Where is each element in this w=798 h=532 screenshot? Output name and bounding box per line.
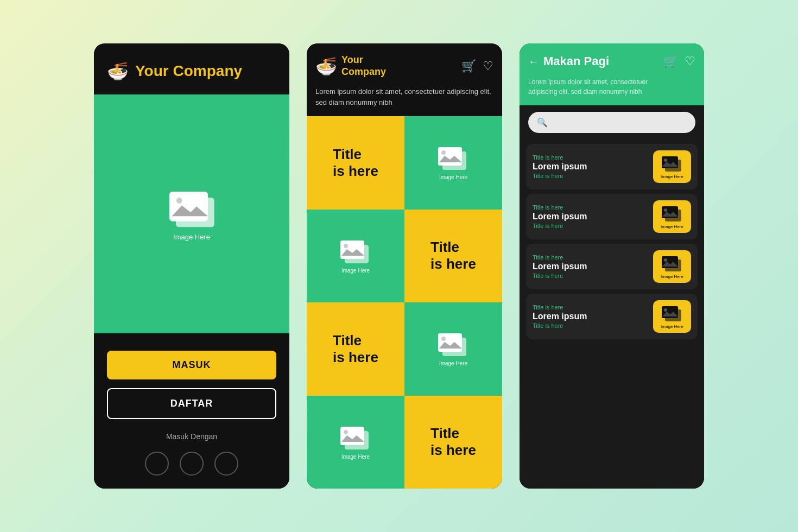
screen3-heart-icon[interactable]: ♡ [685, 54, 695, 68]
screens-container: 🍜 Your Company Image Here MASUK DAFTAR M… [94, 43, 704, 489]
svg-rect-7 [438, 147, 462, 166]
menu-row-2: Image Here Titleis here [307, 210, 502, 302]
menu-cell-image-1[interactable]: Image Here [404, 116, 502, 209]
screen3-back-title: ← Makan Pagi [528, 54, 609, 68]
list-item-1-tag: Title is here [533, 154, 653, 161]
search-icon: 🔍 [537, 117, 548, 128]
list-item-2-thumb-label: Image Here [661, 224, 683, 229]
company-name: Your Company [135, 62, 242, 80]
list-item-4-subtitle: Title is here [533, 322, 653, 329]
menu-cell-image-2[interactable]: Image Here [307, 210, 404, 302]
list-item-2-text: Title is here Lorem ipsum Title is here [533, 204, 653, 229]
cell-img-label-1: Image Here [439, 174, 467, 180]
social-icon-3[interactable] [214, 452, 238, 476]
menu-title-2: Titleis here [430, 239, 476, 273]
list-item-4[interactable]: Title is here Lorem ipsum Title is here … [526, 294, 698, 339]
hero-image-placeholder: Image Here [159, 187, 224, 241]
list-item-2-subtitle: Title is here [533, 223, 653, 229]
back-arrow-icon[interactable]: ← [528, 55, 539, 68]
svg-point-33 [664, 208, 667, 212]
svg-point-28 [664, 159, 667, 162]
list-item-2-tag: Title is here [533, 204, 653, 211]
menu-title-1: Titleis here [333, 146, 378, 180]
screen-login: 🍜 Your Company Image Here MASUK DAFTAR M… [94, 43, 289, 489]
list-item-1-text: Title is here Lorem ipsum Title is here [533, 154, 653, 179]
daftar-button[interactable]: DAFTAR [107, 388, 276, 419]
social-icon-2[interactable] [180, 452, 204, 476]
screen3-header-icons: 🛒 ♡ [663, 54, 695, 68]
cell-image-4: Image Here [339, 425, 372, 460]
cell-image-2: Image Here [339, 238, 372, 274]
masuk-dengan-label: Masuk Dengan [166, 432, 217, 441]
menu-cell-image-3[interactable]: Image Here [404, 302, 502, 395]
list-item-2-title: Lorem ipsum [533, 212, 653, 221]
heart-icon[interactable]: ♡ [483, 59, 493, 73]
svg-point-18 [441, 337, 446, 341]
screen2-subtitle: Lorem ipsum dolor sit amet, consectetuer… [307, 84, 502, 116]
menu-cell-title-4[interactable]: Titleis here [404, 396, 502, 489]
menu-title-4: Titleis here [430, 425, 476, 459]
cell-image-3: Image Here [437, 331, 470, 366]
svg-point-38 [664, 258, 667, 262]
screen2-company-name: YourCompany [341, 54, 386, 78]
list-item-1-subtitle: Title is here [533, 173, 653, 179]
cart-icon[interactable]: 🛒 [461, 59, 476, 73]
list-item-3-tag: Title is here [533, 254, 653, 261]
menu-cell-image-4[interactable]: Image Here [307, 396, 404, 489]
svg-rect-22 [340, 427, 364, 445]
list-item-4-title: Lorem ipsum [533, 312, 653, 321]
masuk-button[interactable]: MASUK [107, 351, 276, 379]
svg-point-3 [176, 198, 182, 204]
list-item-4-thumb-label: Image Here [661, 324, 683, 329]
screen3-header: ← Makan Pagi 🛒 ♡ [520, 43, 704, 75]
social-icons [145, 452, 238, 476]
svg-point-8 [441, 150, 446, 155]
svg-rect-12 [340, 240, 364, 259]
svg-rect-2 [169, 192, 208, 221]
menu-row-3: Titleis here Image Here [307, 302, 502, 395]
list-item-3-thumb-label: Image Here [661, 274, 683, 279]
screen-menu: 🍜 YourCompany 🛒 ♡ Lorem ipsum dolor sit … [307, 43, 502, 489]
svg-point-43 [664, 308, 667, 312]
list-item-3-text: Title is here Lorem ipsum Title is here [533, 254, 653, 279]
list-item-1[interactable]: Title is here Lorem ipsum Title is here … [526, 144, 698, 189]
screen2-header-icons: 🛒 ♡ [461, 59, 493, 73]
menu-row-1: Titleis here Image Here [307, 116, 502, 209]
search-input[interactable] [552, 118, 687, 127]
search-bar-container: 🔍 [520, 105, 704, 140]
list-item-3[interactable]: Title is here Lorem ipsum Title is here … [526, 244, 698, 289]
screen3-title: Makan Pagi [543, 54, 609, 68]
list-item-3-subtitle: Title is here [533, 273, 653, 279]
cell-img-label-4: Image Here [341, 454, 370, 460]
list-item-2[interactable]: Title is here Lorem ipsum Title is here … [526, 194, 698, 239]
list-item-1-thumb-label: Image Here [661, 174, 683, 179]
list-item-4-text: Title is here Lorem ipsum Title is here [533, 304, 653, 329]
screen2-header-left: 🍜 YourCompany [315, 54, 386, 78]
screen2-logo-icon: 🍜 [315, 56, 337, 77]
list-item-3-thumb: Image Here [653, 250, 691, 283]
screen1-bottom: MASUK DAFTAR Masuk Dengan [94, 333, 289, 489]
list-item-4-tag: Title is here [533, 304, 653, 311]
social-icon-1[interactable] [145, 452, 169, 476]
list-item-4-thumb: Image Here [653, 300, 691, 333]
svg-point-23 [344, 430, 348, 434]
search-bar[interactable]: 🔍 [528, 112, 695, 133]
cell-image-1: Image Here [437, 145, 470, 180]
screen-detail: ← Makan Pagi 🛒 ♡ Lorem ipsum dolor sit a… [520, 43, 704, 489]
list-item-1-thumb: Image Here [653, 150, 691, 183]
screen3-cart-icon[interactable]: 🛒 [663, 54, 678, 68]
list-item-1-title: Lorem ipsum [533, 162, 653, 172]
screen1-header: 🍜 Your Company [94, 43, 289, 94]
svg-point-13 [344, 244, 348, 248]
menu-row-4: Image Here Titleis here [307, 396, 502, 489]
screen3-subtitle: Lorem ipsum dolor sit amet, consectetuer… [520, 75, 704, 105]
list-item-3-title: Lorem ipsum [533, 262, 653, 271]
menu-cell-title-3[interactable]: Titleis here [307, 302, 404, 395]
image-here-label: Image Here [173, 233, 210, 241]
menu-cell-title-1[interactable]: Titleis here [307, 116, 404, 209]
cell-img-label-3: Image Here [439, 360, 467, 366]
menu-title-3: Titleis here [333, 332, 378, 366]
list-container: Title is here Lorem ipsum Title is here … [520, 140, 704, 489]
menu-cell-title-2[interactable]: Titleis here [404, 210, 502, 302]
cell-img-label-2: Image Here [341, 268, 370, 274]
